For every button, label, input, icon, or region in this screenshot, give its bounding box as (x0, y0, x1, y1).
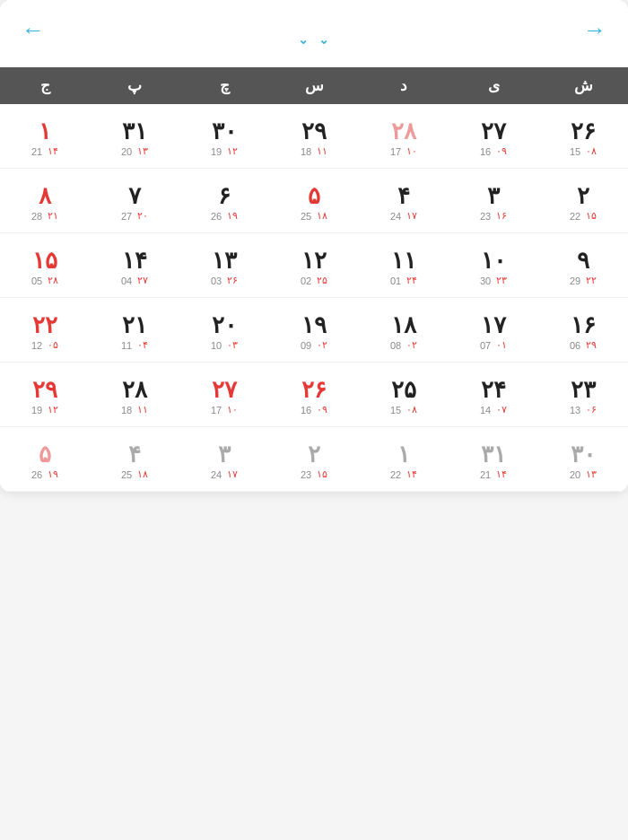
day-cell[interactable]: ۱۱۴21 (0, 104, 90, 169)
persian-day-number: ۲۷ (212, 377, 237, 403)
day-cell[interactable]: ۱۱۴22 (359, 427, 449, 492)
hijri-day: ۱۳ (586, 468, 597, 480)
day-cell[interactable]: ۴۱۷24 (359, 169, 449, 233)
gregorian-day: 03 (211, 276, 222, 286)
gregorian-day: 15 (390, 405, 401, 416)
day-cell[interactable]: ۲۵۰۸15 (359, 363, 449, 427)
gregorian-day: 07 (480, 340, 491, 351)
day-cell[interactable]: ۵۱۸25 (269, 169, 359, 233)
chevron-down-icon: ⌄ (318, 32, 330, 47)
day-cell[interactable]: ۷۲۰27 (90, 169, 179, 233)
gregorian-day: 21 (480, 469, 491, 480)
day-cell[interactable]: ۱۴۲۷04 (90, 233, 179, 298)
persian-day-number: ۲۴ (481, 377, 506, 403)
hijri-day: ۲۹ (586, 339, 597, 351)
day-cell[interactable]: ۱۸۰۲08 (359, 298, 449, 363)
gregorian-day: 10 (211, 340, 222, 351)
day-cell[interactable]: ۲۸۱۱18 (90, 363, 179, 427)
day-cell[interactable]: ۱۹۰۲09 (269, 298, 359, 363)
chevron-down-icon2: ⌄ (298, 32, 310, 47)
day-sub-numbers: ۱۱18 (301, 145, 327, 157)
persian-day-number: ۳ (487, 183, 500, 209)
day-sub-numbers: ۱۹26 (31, 468, 58, 480)
hijri-day: ۰۵ (48, 339, 58, 351)
day-sub-numbers: ۰۳10 (211, 339, 238, 351)
day-sub-numbers: ۲۹06 (570, 339, 597, 351)
day-cell[interactable]: ۲۶۰۸15 (538, 104, 628, 169)
day-cell[interactable]: ۱۰۲۳30 (449, 233, 538, 298)
day-cell[interactable]: ۲۱۵22 (538, 169, 628, 233)
day-cell[interactable]: ۳۱۷24 (179, 427, 269, 492)
persian-day-number: ۲۲ (32, 312, 57, 338)
gregorian-day: 24 (211, 469, 222, 480)
hijri-day: ۰۴ (137, 339, 148, 351)
persian-day-number: ۱۳ (212, 248, 237, 274)
day-cell[interactable]: ۸۲۱28 (0, 169, 90, 233)
day-cell[interactable]: ۲۴۰۷14 (449, 363, 538, 427)
day-cell[interactable]: ۵۱۹26 (0, 427, 90, 492)
hijri-day: ۰۹ (317, 404, 327, 416)
day-sub-numbers: ۲۸05 (31, 275, 58, 286)
hijri-day: ۱۴ (406, 468, 417, 480)
day-sub-numbers: ۱۱18 (121, 404, 148, 416)
day-cell[interactable]: ۶۱۹26 (179, 169, 269, 233)
persian-day-number: ۱۰ (481, 248, 506, 274)
day-cell[interactable]: ۳۰۱۳20 (538, 427, 628, 492)
hijri-day: ۲۷ (137, 275, 148, 286)
day-cell[interactable]: ۲۳۰۶13 (538, 363, 628, 427)
day-cell[interactable]: ۲۲۰۵12 (0, 298, 90, 363)
day-cell[interactable]: ۱۵۲۸05 (0, 233, 90, 298)
day-cell[interactable]: ۲۶۰۹16 (269, 363, 359, 427)
gregorian-day: 26 (211, 211, 222, 222)
day-cell[interactable]: ۲۱۰۴11 (90, 298, 179, 363)
day-sub-numbers: ۱۰17 (390, 145, 417, 157)
prev-month-button[interactable]: ← (14, 8, 52, 50)
calendar-header: ← ⌄ ⌄ → (0, 0, 628, 67)
weekday-label: س (269, 67, 359, 104)
day-cell[interactable]: ۱۳۲۶03 (179, 233, 269, 298)
persian-day-number: ۱۷ (481, 312, 506, 338)
day-cell[interactable]: ۲۹۱۲19 (0, 363, 90, 427)
day-sub-numbers: ۲۶03 (211, 275, 238, 286)
gregorian-day: 14 (480, 405, 491, 416)
next-month-button[interactable]: → (576, 8, 614, 50)
day-cell[interactable]: ۲۷۰۹16 (449, 104, 538, 169)
day-cell[interactable]: ۳۱۶23 (449, 169, 538, 233)
day-cell[interactable]: ۲۱۵23 (269, 427, 359, 492)
day-sub-numbers: ۱۹26 (211, 210, 238, 222)
day-sub-numbers: ۲۵02 (301, 275, 327, 286)
gregorian-day: 24 (390, 211, 401, 222)
persian-day-number: ۳۱ (122, 118, 147, 144)
day-cell[interactable]: ۱۶۲۹06 (538, 298, 628, 363)
gregorian-day: 16 (301, 405, 311, 416)
persian-day-number: ۱۲ (301, 248, 327, 274)
day-cell[interactable]: ۱۷۰۱07 (449, 298, 538, 363)
persian-day-number: ۱ (39, 118, 51, 144)
persian-day-number: ۳۰ (571, 442, 596, 468)
day-cell[interactable]: ۱۲۲۵02 (269, 233, 359, 298)
day-sub-numbers: ۱۳20 (570, 468, 597, 480)
hijri-day: ۱۱ (137, 404, 148, 416)
hijri-day: ۱۸ (317, 210, 327, 222)
day-cell[interactable]: ۹۲۲29 (538, 233, 628, 298)
hijri-day: ۱۲ (227, 145, 238, 157)
gregorian-day: 26 (31, 469, 42, 480)
day-cell[interactable]: ۳۱۱۳20 (90, 104, 179, 169)
day-cell[interactable]: ۲۷۱۰17 (179, 363, 269, 427)
day-cell[interactable]: ۲۸۱۰17 (359, 104, 449, 169)
day-sub-numbers: ۲۲29 (570, 275, 597, 286)
day-sub-numbers: ۰۵12 (31, 339, 58, 351)
day-cell[interactable]: ۲۹۱۱18 (269, 104, 359, 169)
hijri-day: ۱۵ (586, 210, 597, 222)
day-sub-numbers: ۱۴21 (480, 468, 507, 480)
persian-day-number: ۳۰ (212, 118, 237, 144)
hijri-day: ۲۰ (137, 210, 148, 222)
persian-day-number: ۱۵ (32, 248, 57, 274)
day-cell[interactable]: ۱۱۲۴01 (359, 233, 449, 298)
day-cell[interactable]: ۳۱۱۴21 (449, 427, 538, 492)
day-cell[interactable]: ۲۰۰۳10 (179, 298, 269, 363)
hijri-day: ۰۹ (496, 145, 507, 157)
day-cell[interactable]: ۳۰۱۲19 (179, 104, 269, 169)
day-cell[interactable]: ۴۱۸25 (90, 427, 179, 492)
hijri-day: ۰۳ (227, 339, 238, 351)
